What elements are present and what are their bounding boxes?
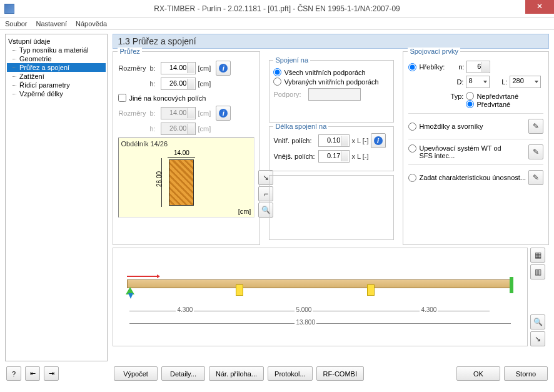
check-end-fields-label: Jiné na koncových polích [129, 94, 206, 102]
label-rozmery2: Rozměry [118, 109, 149, 117]
nav-item-4[interactable]: Řídicí parametry [7, 81, 106, 89]
info-icon: i [219, 64, 228, 73]
menu-settings[interactable]: Nastavení [36, 20, 67, 28]
nav-root[interactable]: Vstupní údaje [7, 37, 106, 46]
ok-button[interactable]: OK [456, 366, 500, 381]
label-inner: Vnitř. polích: [273, 137, 318, 144]
info-button-2[interactable]: i [216, 106, 231, 121]
group-delka: Délka spojení na [273, 123, 328, 130]
radio-char[interactable] [408, 174, 416, 182]
input-h2: 26.00 [161, 123, 196, 135]
input-b2: 14.00 [161, 107, 196, 119]
window-title: RX-TIMBER - Purlin - 2.02.1181 - [01.pft… [0, 4, 554, 13]
unit-b: [cm] [198, 64, 211, 72]
info-icon: i [219, 109, 228, 118]
group-prurez: Průřez [118, 48, 141, 55]
rfcombi-button[interactable]: RF-COMBI [316, 366, 364, 381]
input-podpory [308, 88, 361, 101]
edit-char-icon[interactable]: ✎ [528, 170, 543, 185]
annex-button[interactable]: Nár. příloha... [209, 366, 264, 381]
radio-wt[interactable] [408, 144, 416, 153]
cancel-button[interactable]: Storno [504, 366, 548, 381]
nav-item-5[interactable]: Vzpěrné délky [7, 89, 106, 98]
unit-h: [cm] [198, 80, 211, 88]
nav-item-2[interactable]: Průřez a spojení [7, 63, 106, 72]
input-b[interactable]: 14.00 [161, 62, 196, 74]
label-rozmery: Rozměry [118, 64, 149, 72]
canvas-tool-2-icon[interactable]: ▥ [530, 264, 545, 279]
next-button[interactable]: ⇥ [44, 366, 59, 381]
canvas-search-icon[interactable]: 🔍 [530, 314, 545, 329]
input-outer[interactable]: 0.17 [318, 150, 350, 163]
details-button[interactable]: Detaily... [161, 366, 205, 381]
input-h[interactable]: 26.00 [161, 78, 196, 90]
label-b: b: [149, 64, 161, 72]
section-preview: Obdélník 14/26 14.00 26.00 [cm] [118, 138, 254, 218]
input-inner[interactable]: 0.10 [318, 134, 350, 147]
edit-dowels-icon[interactable]: ✎ [528, 119, 543, 134]
nav-item-0[interactable]: Typ nosníku a materiál [7, 46, 106, 54]
group-fasteners: Spojovací prvky [408, 48, 460, 55]
input-n[interactable]: 6 [466, 61, 490, 73]
info-icon: i [374, 136, 383, 145]
group-spojeni: Spojení na [273, 56, 310, 64]
calc-button[interactable]: Výpočet [114, 366, 158, 381]
info-button-3[interactable]: i [371, 133, 386, 148]
radio-nepred[interactable] [466, 92, 474, 100]
page-title: 1.3 Průřez a spojení [113, 34, 549, 49]
preview-label: Obdélník 14/26 [121, 140, 168, 148]
beam-canvas: 4.300 5.000 4.300 13.800 [113, 248, 528, 346]
nav-item-1[interactable]: Geometrie [7, 54, 106, 63]
prev-button[interactable]: ⇤ [25, 366, 40, 381]
app-icon [4, 4, 14, 14]
radio-nails[interactable] [408, 63, 416, 71]
radio-all-supports[interactable] [273, 68, 281, 76]
close-button[interactable]: ✕ [525, 0, 554, 14]
nav-tree: Vstupní údaje Typ nosníku a materiál Geo… [5, 34, 108, 361]
label-podpory: Podpory: [273, 91, 308, 98]
label-outer: Vnějš. polích: [273, 153, 318, 160]
radio-dowels[interactable] [408, 123, 416, 131]
check-end-fields[interactable] [118, 94, 126, 102]
label-h: h: [149, 80, 161, 88]
select-d[interactable]: 8 [466, 76, 490, 88]
radio-pred[interactable] [466, 100, 474, 108]
menu-help[interactable]: Nápověda [76, 20, 107, 28]
nav-item-3[interactable]: Zatížení [7, 72, 106, 81]
select-l[interactable]: 280 [510, 76, 541, 88]
menu-file[interactable]: Soubor [5, 20, 27, 28]
label-h2: h: [149, 125, 161, 133]
edit-wt-icon[interactable]: ✎ [528, 144, 543, 159]
radio-selected-supports[interactable] [273, 78, 281, 86]
label-b2: b: [149, 109, 161, 117]
canvas-tool-1-icon[interactable]: ▦ [530, 248, 545, 263]
help-button[interactable]: ? [6, 366, 21, 381]
canvas-pin-icon[interactable]: ↘ [530, 331, 545, 346]
protocol-button[interactable]: Protokol... [268, 366, 313, 381]
info-button-1[interactable]: i [216, 61, 231, 76]
